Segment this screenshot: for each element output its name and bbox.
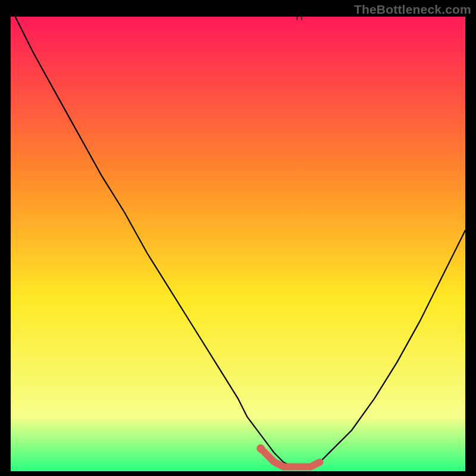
chart-frame: TheBottleneck.com [0,0,476,476]
plot-area [11,17,465,471]
watermark-text: TheBottleneck.com [354,2,471,17]
optimal-start-dot [256,444,265,453]
gradient-background [11,17,465,471]
chart-svg [11,17,465,471]
